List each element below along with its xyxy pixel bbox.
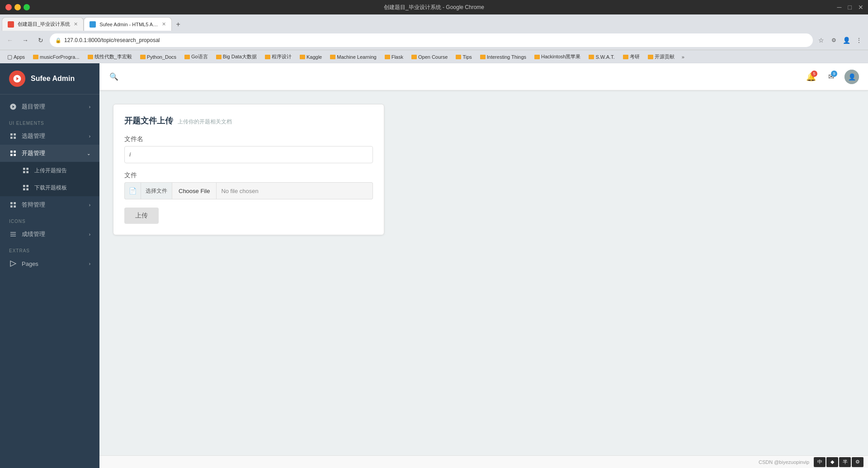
address-actions: ☆ ⚙ 👤 ⋮ [816,35,864,46]
select-mgmt-label: 选题管理 [22,132,45,140]
url-bar[interactable]: 🔒 127.0.0.1:8000/topic/research_proposal [50,33,813,47]
bookmark-flask[interactable]: Flask [381,53,407,61]
search-button[interactable]: 🔍 [108,71,119,82]
user-avatar[interactable]: 👤 [844,70,859,84]
bookmark-ml[interactable]: Machine Learning [326,53,380,61]
bell-button[interactable]: 🔔 5 [805,71,817,83]
tab-2[interactable]: Sufee Admin - HTML5 Admin... ✕ [84,17,172,31]
svg-rect-16 [10,202,13,204]
bookmark-music-label: musicForProgra... [40,54,79,60]
sidebar-item-download-template[interactable]: 下载开题模板 [0,179,99,196]
bookmark-research-label: 考研 [630,53,640,60]
app-layout: Sufee Admin 题目管理 › UI ELEMENTS [0,63,868,468]
svg-rect-4 [10,151,13,153]
bookmark-python-label: Python_Docs [147,54,176,60]
maximize-button[interactable] [24,4,30,10]
profile-icon[interactable]: 👤 [841,35,852,46]
new-tab-button[interactable]: + [172,18,184,31]
bookmark-bigdata[interactable]: Big Data大数据 [212,52,260,61]
tool-half[interactable]: 半 [839,457,851,467]
bookmark-apps[interactable]: ▢ Apps [4,52,28,61]
download-template-label: 下载开题模板 [34,184,67,192]
svg-rect-0 [10,133,13,136]
window-right-controls[interactable]: ─ □ ✕ [837,4,863,11]
sidebar-item-topic-open[interactable]: 开题管理 ⌄ [0,145,99,162]
menu-icon[interactable]: ⋮ [854,35,864,46]
bookmark-program[interactable]: 程序设计 [261,52,295,61]
reload-button[interactable]: ↻ [34,34,47,47]
tab1-label: 创建题目_毕业设计系统 [18,21,70,28]
tool-dot[interactable]: ◆ [826,457,838,467]
minimize-button[interactable] [14,4,21,10]
svg-rect-2 [10,137,13,139]
bookmark-apps-label: Apps [14,54,25,60]
sidebar-item-grade-mgmt[interactable]: 成绩管理 › [0,226,99,243]
restore-icon[interactable]: □ [848,4,852,11]
close-button[interactable] [5,4,12,10]
bookmark-python[interactable]: Python_Docs [137,53,180,61]
bookmark-opensource[interactable]: 开源贡献 [644,52,678,61]
window-controls[interactable] [5,4,30,10]
sidebar-item-select-mgmt[interactable]: 选题管理 › [0,128,99,145]
upload-button[interactable]: 上传 [124,208,159,224]
bookmark-opensource-label: 开源贡献 [655,53,675,60]
topic-open-icon [9,149,17,157]
form-card-header: 开题文件上传 上传你的开题相关文档 [124,115,373,126]
filename-input[interactable] [134,151,368,158]
upload-form-card: 开题文件上传 上传你的开题相关文档 文件名 i 文件 [113,104,384,235]
bookmark-icon[interactable]: ☆ [816,35,826,46]
bookmark-swat[interactable]: S.W.A.T. [585,53,618,61]
filename-label: 文件名 [124,135,373,143]
tool-chinese[interactable]: 中 [814,457,826,467]
tab1-close[interactable]: ✕ [74,21,78,27]
folder-icon [216,55,222,59]
tab2-favicon [90,21,96,28]
bookmark-music[interactable]: musicForProgra... [29,53,83,61]
bookmark-interesting[interactable]: Interesting Things [476,53,530,61]
tab2-close[interactable]: ✕ [162,21,166,27]
svg-rect-15 [26,188,28,190]
tab-1[interactable]: 创建题目_毕业设计系统 ✕ [2,17,84,31]
folder-icon [456,55,461,59]
sidebar-item-topic-mgmt[interactable]: 题目管理 › [0,98,99,115]
svg-rect-11 [26,171,28,173]
extensions-icon[interactable]: ⚙ [828,35,839,46]
topic-mgmt-icon [9,103,17,111]
bookmark-ml-label: Machine Learning [337,54,376,60]
filename-input-wrapper: i [124,146,373,163]
title-bar: 创建题目_毕业设计系统 - Google Chrome ─ □ ✕ [0,0,868,14]
topic-open-label: 开题管理 [22,149,45,157]
sidebar-item-upload-report[interactable]: 上传开题报告 [0,162,99,179]
pages-icon [9,260,17,268]
close-icon[interactable]: ✕ [858,4,863,11]
tool-settings[interactable]: ⚙ [852,457,863,467]
bookmark-kaggle-label: Kaggle [307,54,322,60]
forward-button[interactable]: → [19,34,32,47]
bookmark-kaggle[interactable]: Kaggle [296,53,326,61]
sidebar-item-pages[interactable]: Pages › [0,255,99,272]
bookmark-opencourse[interactable]: Open Course [408,53,451,61]
bookmark-tips[interactable]: Tips [452,53,475,61]
svg-rect-3 [14,137,16,139]
folder-icon [300,55,305,59]
bookmark-go[interactable]: Go语言 [181,52,212,61]
svg-marker-23 [10,261,16,266]
section-extras: EXTRAS [0,243,99,255]
bookmark-opencourse-label: Open Course [418,54,448,60]
svg-rect-13 [26,185,28,187]
bookmarks-more[interactable]: » [679,53,687,61]
sidebar-menu: 题目管理 › UI ELEMENTS 选题管理 › 开题管理 [0,95,99,468]
no-file-text: No file chosen [217,182,373,199]
back-button[interactable]: ← [4,34,16,47]
bookmark-hackintosh[interactable]: Hackintosh黑苹果 [531,52,584,61]
bookmark-linear-algebra[interactable]: 线性代数_李宏毅 [84,52,136,61]
bookmark-research[interactable]: 考研 [619,52,643,61]
minimize-icon[interactable]: ─ [837,4,842,11]
choose-file-button[interactable]: Choose File [172,182,217,199]
bookmark-swat-label: S.W.A.T. [595,54,614,60]
svg-rect-6 [10,154,13,156]
folder-icon [623,55,628,59]
sidebar-item-defense-mgmt[interactable]: 答辩管理 › [0,196,99,213]
mail-button[interactable]: ✉ 9 [825,71,837,83]
folder-icon [140,55,146,59]
